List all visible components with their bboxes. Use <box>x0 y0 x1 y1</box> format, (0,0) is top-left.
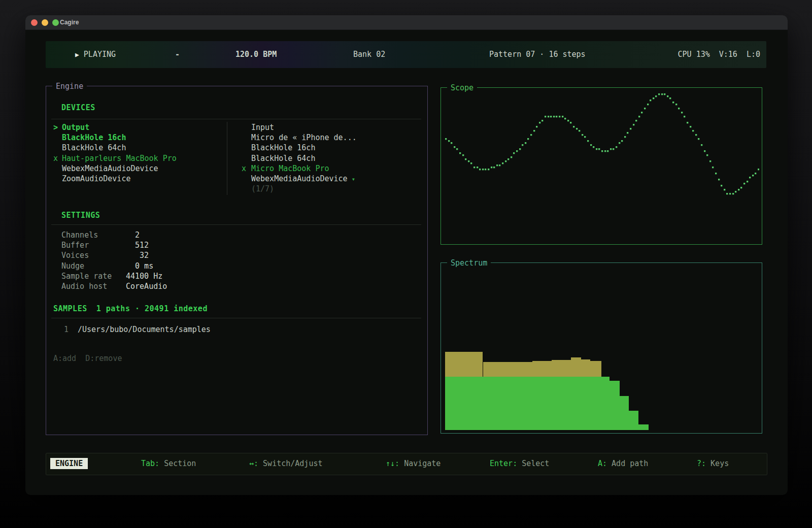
device-item-output-0[interactable]: BlackHole 16ch <box>62 133 126 143</box>
spectrum-segment <box>590 361 601 377</box>
engine-panel-title: Engine <box>52 81 87 91</box>
hint-enter-label: Select <box>517 459 549 468</box>
device-item-input-1[interactable]: BlackHole 16ch <box>251 143 315 153</box>
play-icon: ▶ <box>75 51 79 58</box>
scope-canvas <box>443 89 759 242</box>
beat-tick-indicator: - <box>175 41 180 68</box>
hint-navigate-key: ↑↓: <box>386 459 399 468</box>
footer-bar: ENGINE Tab: Section ↔: Switch/Adjust ↑↓:… <box>46 453 767 475</box>
bank-display[interactable]: Bank 02 <box>353 41 385 68</box>
hint-switch-key: ↔: <box>249 459 258 468</box>
hint-add-path-label: Add path <box>607 459 648 468</box>
setting-value-nudge[interactable]: 0 ms <box>126 261 153 271</box>
device-item-output-2[interactable]: Haut-parleurs MacBook Pro <box>62 153 177 163</box>
output-column-header[interactable]: Output <box>62 122 89 133</box>
device-item-output-1[interactable]: BlackHole 64ch <box>62 143 126 153</box>
hint-add-path: A: Add path <box>598 453 648 474</box>
samples-header-title: SAMPLES <box>53 304 87 313</box>
devices-column-divider <box>227 122 227 195</box>
spectrum-segment <box>629 411 638 430</box>
input-active-marker: x <box>242 163 252 174</box>
device-item-input-4[interactable]: WebexMediaAudioDevice▾ <box>251 174 355 184</box>
sample-path-row[interactable]: /Users/bubo/Documents/samples <box>78 324 211 335</box>
desktop: Cagire ▶PLAYING - 120.0 BPM Bank 02 Patt… <box>0 0 812 528</box>
spectrum-segment <box>552 360 571 377</box>
sample-path-index: 1 <box>64 324 69 335</box>
engine-panel: Engine DEVICES > Output BlackHole 16ch B… <box>46 86 428 435</box>
cpu-usage: CPU 13% <box>678 50 710 59</box>
spectrum-segment <box>483 362 532 377</box>
device-item-input-0[interactable]: Micro de « iPhone de... <box>251 133 357 143</box>
device-item-input-4-label: WebexMediaAudioDevice <box>251 174 348 183</box>
devices-header: DEVICES <box>61 103 95 113</box>
scroll-more-icon: ▾ <box>352 176 355 183</box>
cpu-stats: CPU 13%V:16L:0 <box>678 41 760 68</box>
settings-divider <box>51 224 421 225</box>
setting-value-audio-host[interactable]: CoreAudio <box>126 281 167 291</box>
hint-keys: ?: Keys <box>697 453 729 474</box>
hint-add-path-key: A: <box>598 459 607 468</box>
transport-bar: ▶PLAYING - 120.0 BPM Bank 02 Pattern 07 … <box>46 41 766 68</box>
play-state-label: PLAYING <box>84 50 116 59</box>
hint-tab: Tab: Section <box>141 453 196 474</box>
input-pager: (1/7) <box>251 184 274 194</box>
device-item-output-4[interactable]: ZoomAudioDevice <box>62 174 130 184</box>
spectrum-segment <box>445 377 610 430</box>
setting-label-audio-host: Audio host <box>61 281 107 291</box>
play-status[interactable]: ▶PLAYING <box>75 41 116 68</box>
spectrum-segment <box>638 424 649 430</box>
setting-label-buffer: Buffer <box>61 240 89 250</box>
spectrum-segment <box>445 352 483 377</box>
hint-enter: Enter: Select <box>490 453 549 474</box>
hint-switch: ↔: Switch/Adjust <box>249 453 323 474</box>
setting-value-voices[interactable]: 32 <box>126 250 149 260</box>
device-item-output-3[interactable]: WebexMediaAudioDevice <box>62 163 158 174</box>
input-column-header[interactable]: Input <box>251 122 274 133</box>
setting-label-nudge: Nudge <box>61 261 84 271</box>
spectrum-segment <box>532 361 552 377</box>
setting-label-voices: Voices <box>61 250 89 260</box>
hint-keys-key: ?: <box>697 459 706 468</box>
hint-switch-label: Switch/Adjust <box>258 459 322 468</box>
spectrum-panel: Spectrum <box>441 262 762 434</box>
pattern-display[interactable]: Pattern 07 · 16 steps <box>489 41 586 68</box>
setting-label-sample-rate: Sample rate <box>61 271 112 281</box>
hint-navigate: ↑↓: Navigate <box>386 453 441 474</box>
zoom-button[interactable] <box>52 19 59 26</box>
samples-divider <box>51 318 421 318</box>
settings-header: SETTINGS <box>61 210 100 220</box>
samples-meta: 1 paths · 20491 indexed <box>96 304 208 313</box>
voices-count: V:16 <box>719 50 737 59</box>
close-button[interactable] <box>31 19 38 26</box>
scope-panel: Scope <box>441 87 762 245</box>
device-item-input-2[interactable]: BlackHole 64ch <box>251 153 315 163</box>
spectrum-segment <box>620 396 629 430</box>
spectrum-segment <box>610 381 620 430</box>
devices-divider <box>51 119 421 119</box>
hint-tab-key: Tab: <box>141 459 159 468</box>
device-item-input-3[interactable]: Micro MacBook Pro <box>251 163 329 174</box>
mode-badge: ENGINE <box>50 458 88 469</box>
hint-navigate-label: Navigate <box>399 459 441 468</box>
setting-value-buffer[interactable]: 512 <box>126 240 149 250</box>
hint-enter-key: Enter: <box>490 459 517 468</box>
hint-tab-label: Section <box>159 459 196 468</box>
spectrum-bars <box>443 263 760 433</box>
app-window: Cagire ▶PLAYING - 120.0 BPM Bank 02 Patt… <box>25 15 788 495</box>
latency-count: L:0 <box>747 50 760 59</box>
samples-header: SAMPLES1 paths · 20491 indexed <box>53 304 208 314</box>
window-title: Cagire <box>60 15 79 29</box>
setting-value-sample-rate[interactable]: 44100 Hz <box>126 271 162 281</box>
spectrum-segment <box>581 359 590 377</box>
bpm-display[interactable]: 120.0 BPM <box>235 41 277 68</box>
samples-hint: A:add D:remove <box>53 353 122 364</box>
spectrum-segment <box>571 357 581 377</box>
hint-keys-label: Keys <box>706 459 729 468</box>
titlebar: Cagire <box>25 15 788 30</box>
setting-label-channels: Channels <box>61 230 98 240</box>
minimize-button[interactable] <box>42 19 48 26</box>
setting-value-channels[interactable]: 2 <box>126 230 140 240</box>
